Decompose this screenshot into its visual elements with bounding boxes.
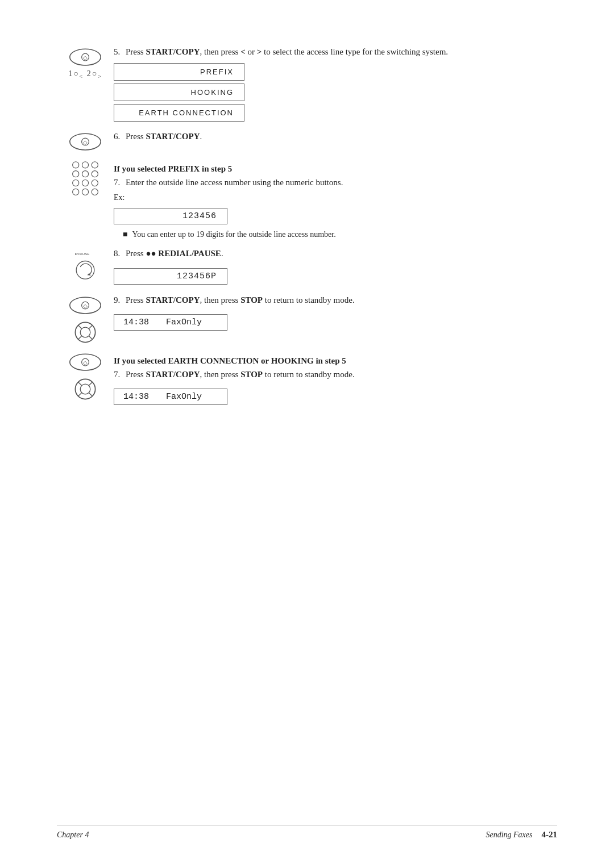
svg-line-35 [78, 382, 82, 385]
step-6-row: ◇ 6. Press START/COPY. [57, 130, 557, 153]
step-7-earth-bold2: STOP [240, 370, 263, 379]
footer: Chapter 4 Sending Faxes 4-21 [57, 825, 557, 840]
step-7-prefix-num: 7. [114, 178, 120, 187]
copy-label: 1○< 2○> [68, 69, 102, 80]
if-prefix-header: If you selected PREFIX in step 5 [114, 164, 557, 174]
step-7-prefix-text: Enter the outside line access number usi… [126, 178, 343, 187]
if-prefix-section: If you selected PREFIX in step 5 7. Ente… [57, 158, 557, 242]
earth-section-text: If you selected EARTH CONNECTION or HOOK… [114, 350, 557, 409]
step-5-text-middle: , then press [200, 47, 240, 56]
step-5-text-before: Press [126, 47, 146, 56]
svg-point-14 [92, 180, 98, 186]
svg-point-24 [75, 322, 95, 342]
step-9-text-m: , then press [200, 295, 240, 304]
bullet-icon: ■ [123, 230, 127, 239]
step-9-row: ◇ 9. Press START/COPY, then press STOP t… [57, 294, 557, 345]
menu-option-hooking: HOOKING [114, 84, 244, 101]
svg-text:◇: ◇ [83, 55, 88, 61]
step-5-row: ◇ 1○< 2○> 5. Press START/COPY, then pres… [57, 45, 557, 124]
numpad-icon [69, 160, 101, 199]
lcd-pause: 123456P [114, 268, 227, 285]
step-9-text2: to return to standby mode. [263, 295, 355, 304]
svg-line-27 [89, 325, 92, 328]
svg-point-17 [92, 189, 98, 195]
svg-text:◇: ◇ [83, 302, 88, 308]
step-5-bold1: START/COPY [146, 47, 200, 56]
prefix-section-text: If you selected PREFIX in step 5 7. Ente… [114, 158, 557, 242]
step-9-bold1: START/COPY [146, 295, 200, 304]
lcd-number: 123456 [114, 208, 227, 224]
svg-point-25 [80, 327, 90, 337]
step-6-num: 6. [114, 132, 120, 141]
step-5-icon-col: ◇ 1○< 2○> [57, 45, 114, 80]
step-5-text-after: to select the access line type for the s… [262, 47, 448, 56]
bullet-text-content: You can enter up to 19 digits for the ou… [132, 230, 335, 239]
stop-icon [73, 320, 98, 345]
footer-page: 4-21 [542, 830, 558, 840]
svg-point-7 [82, 161, 88, 168]
svg-point-15 [73, 189, 79, 195]
step-earth-icon-col: ◇ [57, 350, 114, 402]
svg-point-33 [75, 379, 95, 399]
svg-point-11 [92, 170, 98, 177]
step-9-num: 9. [114, 295, 120, 304]
step-8-text: 8. Press ●● REDIAL/PAUSE. 123456P [114, 247, 557, 288]
footer-section: Sending Faxes [486, 831, 532, 840]
lcd-time-1: 14:38 [123, 318, 149, 327]
step-6-icon-col: ◇ [57, 130, 114, 153]
footer-right: Sending Faxes 4-21 [486, 830, 557, 840]
lcd-mode-2: FaxOnly [166, 392, 202, 402]
svg-text:◇: ◇ [83, 359, 88, 365]
svg-line-28 [78, 336, 82, 339]
svg-line-37 [78, 393, 82, 396]
svg-text:●/PAUSE: ●/PAUSE [75, 252, 90, 256]
start-copy-icon-3: ◇ [67, 295, 103, 316]
step-7-earth-text: Press [126, 370, 146, 379]
step-8-bold: ●● REDIAL/PAUSE [146, 249, 221, 258]
step-5-text-m2: or [246, 47, 257, 56]
menu-option-prefix: PREFIX [114, 63, 244, 81]
svg-point-13 [82, 180, 88, 186]
step-5-bold2: < [240, 47, 246, 56]
svg-point-12 [73, 180, 79, 186]
lcd-display-2: 14:38 FaxOnly [114, 389, 227, 405]
step-7-earth-text-m: , then press [200, 370, 240, 379]
step-9-bold2: STOP [240, 295, 263, 304]
svg-line-38 [89, 393, 92, 396]
svg-line-26 [78, 325, 82, 328]
svg-point-9 [73, 170, 79, 177]
svg-text:◇: ◇ [83, 139, 88, 145]
if-earth-section: ◇ If you selected EARTH CONNECTION or HO… [57, 350, 557, 409]
step-9-icon-col: ◇ [57, 294, 114, 345]
lcd-display-1: 14:38 FaxOnly [114, 314, 227, 331]
step-7-earth-bold1: START/COPY [146, 370, 200, 379]
if-earth-header: If you selected EARTH CONNECTION or HOOK… [114, 356, 557, 366]
step-9-text: 9. Press START/COPY, then press STOP to … [114, 294, 557, 335]
step-6-text: Press [126, 132, 146, 141]
svg-point-16 [82, 189, 88, 195]
step-5-text: 5. Press START/COPY, then press < or > t… [114, 45, 557, 124]
bullet-item: ■ You can enter up to 19 digits for the … [123, 230, 557, 239]
ex-label: Ex: [114, 193, 557, 202]
step-9-text: Press [126, 295, 146, 304]
stop-icon-2 [73, 377, 98, 402]
step-5-bold3: > [257, 47, 262, 56]
start-copy-icon-2: ◇ [67, 131, 103, 153]
step-7-earth-text2: to return to standby mode. [263, 370, 355, 379]
step-7-earth-num: 7. [114, 370, 120, 379]
svg-line-36 [89, 382, 92, 385]
svg-point-6 [73, 161, 79, 168]
page: ◇ 1○< 2○> 5. Press START/COPY, then pres… [0, 0, 614, 868]
redial-icon-col: ●/PAUSE [57, 247, 114, 282]
svg-line-29 [89, 336, 92, 339]
start-copy-icon-4: ◇ [67, 352, 103, 373]
svg-point-8 [92, 161, 98, 168]
step-8-text: Press [126, 249, 146, 258]
step-8-text2: . [221, 249, 223, 258]
redial-icon: ●/PAUSE [73, 248, 98, 282]
lcd-time-2: 14:38 [123, 392, 149, 402]
step-8-num: 8. [114, 249, 120, 258]
step-8-row: ●/PAUSE 8. Press ●● REDIAL/PAUSE. 123456… [57, 247, 557, 288]
step-6-bold: START/COPY [146, 132, 200, 141]
step-5-num: 5. [114, 47, 120, 56]
